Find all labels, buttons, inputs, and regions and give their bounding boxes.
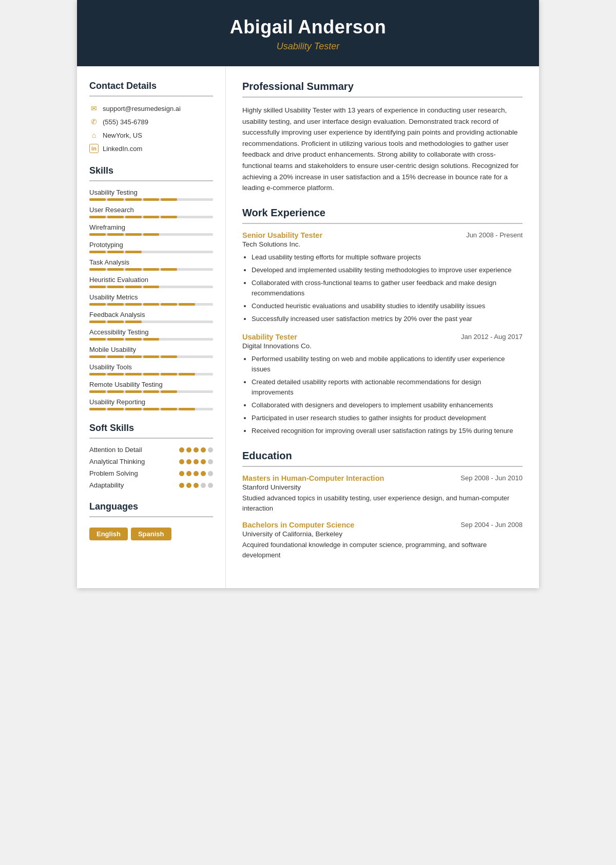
dot [201,447,206,453]
dot [194,483,199,488]
skill-name: Wireframing [89,223,213,231]
dot [179,471,184,476]
resume-document: Abigail Anderson Usability Tester Contac… [77,0,539,588]
bullet-item: Conducted heuristic evaluations and usab… [252,301,523,311]
job-dates: Jan 2012 - Aug 2017 [461,333,523,341]
skill-item: Usability Metrics [89,293,213,306]
job-title: Senior Usability Tester [242,231,322,239]
language-badge: English [89,528,128,540]
skill-name: Prototyping [89,241,213,249]
summary-divider [242,97,523,98]
skill-name: Mobile Usability [89,346,213,353]
job-entry: Usability Tester Jan 2012 - Aug 2017 Dig… [242,333,523,437]
skill-bar [89,408,213,410]
edu-degree: Masters in Human-Computer Interaction [242,474,384,482]
dot [208,459,213,464]
linkedin-icon: in [89,144,99,153]
bullet-item: Lead usability testing efforts for multi… [252,252,523,262]
skill-name: Usability Tools [89,363,213,371]
dot [186,459,191,464]
languages-divider [89,516,213,517]
soft-skill-item: Analytical Thinking [89,458,213,465]
dot [208,471,213,476]
skills-section: Skills Usability Testing User Research W… [89,165,213,410]
dot [179,483,184,488]
bullet-item: Collaborated with designers and develope… [252,400,523,410]
education-section: Education Masters in Human-Computer Inte… [242,450,523,561]
linkedin-value: LinkedIn.com [103,145,142,153]
phone-value: (555) 345-6789 [103,118,148,126]
dot [201,459,206,464]
edu-header: Masters in Human-Computer Interaction Se… [242,474,523,482]
skill-name: Usability Metrics [89,293,213,301]
dot [179,447,184,453]
skill-item: Feedback Analysis [89,311,213,323]
contact-linkedin: in LinkedIn.com [89,144,213,153]
skill-name: Accessibility Testing [89,328,213,336]
languages-section: Languages EnglishSpanish [89,501,213,540]
dot [186,447,191,453]
skill-bar [89,286,213,288]
work-section: Work Experience Senior Usability Tester … [242,207,523,437]
bullet-item: Received recognition for improving overa… [252,426,523,436]
summary-section: Professional Summary Highly skilled Usab… [242,81,523,194]
skill-item: Mobile Usability [89,346,213,358]
dot [201,471,206,476]
skill-name: Feedback Analysis [89,311,213,318]
edu-school: University of California, Berkeley [242,530,523,538]
education-entry: Bachelors in Computer Science Sep 2004 -… [242,521,523,560]
skills-divider [89,180,213,181]
soft-skill-name: Analytical Thinking [89,458,145,465]
candidate-name: Abigail Anderson [98,16,518,38]
skill-item: Heuristic Evaluation [89,276,213,288]
soft-skill-dots [179,459,213,464]
soft-skill-dots [179,483,213,488]
soft-skill-item: Attention to Detail [89,446,213,454]
soft-skills-list: Attention to Detail Analytical Thinking … [89,446,213,489]
skills-section-title: Skills [89,165,213,176]
skill-bar [89,321,213,323]
job-header: Senior Usability Tester Jun 2008 - Prese… [242,231,523,239]
email-value: support@resumedesign.ai [103,105,181,112]
main-content: Professional Summary Highly skilled Usab… [226,66,539,588]
email-icon: ✉ [89,104,99,113]
dot [179,459,184,464]
skill-bar [89,338,213,341]
skill-name: User Research [89,206,213,214]
job-bullets: Lead usability testing efforts for multi… [242,252,523,325]
resume-body: Contact Details ✉ support@resumedesign.a… [77,66,539,588]
education-divider [242,466,523,467]
skill-item: User Research [89,206,213,218]
summary-text: Highly skilled Usability Tester with 13 … [242,105,523,194]
work-divider [242,223,523,224]
skill-bar [89,216,213,218]
skill-item: Usability Reporting [89,398,213,410]
job-company: Digital Innovations Co. [242,342,523,350]
jobs-list: Senior Usability Tester Jun 2008 - Prese… [242,231,523,437]
skills-list: Usability Testing User Research Wirefram… [89,189,213,410]
skill-bar [89,198,213,201]
contact-divider [89,96,213,97]
edu-school: Stanford University [242,483,523,491]
skill-bar [89,251,213,253]
bullet-item: Participated in user research studies to… [252,413,523,423]
soft-skill-dots [179,447,213,453]
skill-name: Remote Usability Testing [89,381,213,388]
skill-item: Usability Testing [89,189,213,201]
phone-icon: ✆ [89,117,99,126]
soft-skill-item: Adaptability [89,481,213,489]
soft-skills-section: Soft Skills Attention to Detail Analytic… [89,423,213,489]
skill-item: Usability Tools [89,363,213,375]
soft-skill-dots [179,471,213,476]
job-dates: Jun 2008 - Present [466,231,523,239]
job-header: Usability Tester Jan 2012 - Aug 2017 [242,333,523,341]
soft-skill-name: Adaptability [89,481,124,489]
soft-skill-name: Problem Solving [89,469,138,477]
edu-header: Bachelors in Computer Science Sep 2004 -… [242,521,523,529]
skill-bar [89,268,213,271]
language-badge: Spanish [131,528,171,540]
skill-item: Wireframing [89,223,213,236]
contact-phone: ✆ (555) 345-6789 [89,117,213,126]
skill-item: Prototyping [89,241,213,253]
bullet-item: Collaborated with cross-functional teams… [252,278,523,298]
